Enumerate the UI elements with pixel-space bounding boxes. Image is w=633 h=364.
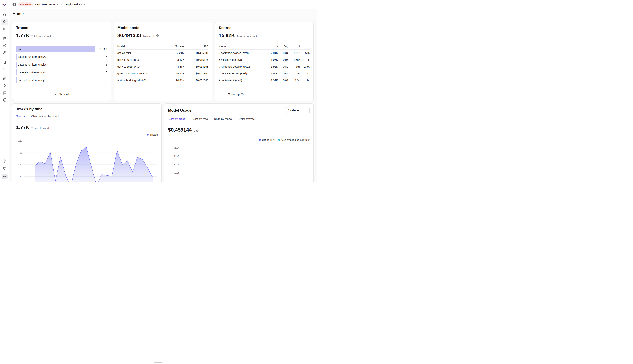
traces-chart-legend: Traces xyxy=(16,133,158,136)
table-row: gpt-4o-2024-08-063.13K$0.015175 xyxy=(118,56,209,63)
svg-text:60: 60 xyxy=(20,163,22,166)
table-cell: $0.015175 xyxy=(184,58,208,61)
sidebar-datasets-button[interactable] xyxy=(1,96,8,103)
table-header-row: Name#Avg01 xyxy=(219,44,310,50)
tab-cost-by-model[interactable]: Cost by model xyxy=(168,116,187,123)
sidebar-scores-button[interactable] xyxy=(1,90,8,96)
traces-card: Traces 1.77K Total traces tracked qa1,73… xyxy=(12,22,111,101)
table-cell: gpt-4o-2024-08-06 xyxy=(118,58,159,61)
trace-bar-value: 1,736 xyxy=(100,48,107,50)
sidebar-llm-judge-button[interactable] xyxy=(1,76,8,82)
trace-bar-value: 5 xyxy=(106,79,107,82)
table-cell: 2.04K xyxy=(265,52,278,54)
panel-left-icon xyxy=(12,2,16,6)
trace-bar-row[interactable]: qa1,736 xyxy=(16,46,107,52)
model-costs-card: Model costs $0.491333 Total cost ModelTo… xyxy=(114,22,212,101)
sidebar-bottom: FK xyxy=(1,158,8,180)
topbar: PROD-EU Langfuse Demo / langfuse-docs xyxy=(9,0,317,9)
traces-metric-label: Total traces tracked xyxy=(31,35,55,38)
project-switcher[interactable]: langfuse-docs xyxy=(65,3,86,6)
tab-traces[interactable]: Traces xyxy=(16,114,25,120)
trace-bar-label: dataset-run-item-cmcjf xyxy=(16,79,45,82)
trace-bar-label: dataset-run-item-cmcky xyxy=(16,63,46,66)
sidebar-playground-button[interactable] xyxy=(1,66,8,72)
table-cell: 0.82 xyxy=(278,65,288,68)
table-row: # language-detector (eval)1.95K0.823551.… xyxy=(219,63,310,70)
sidebar-dashboards-button[interactable] xyxy=(1,26,8,32)
table-cell: gpt-4o-mini xyxy=(118,52,159,54)
model-usage-metric-row: $0.459144 Cost xyxy=(168,127,310,133)
model-usage-metric-label: Cost xyxy=(194,129,199,132)
tab-cost-by-type[interactable]: Cost by type xyxy=(192,116,208,123)
dashboard-content: Traces 1.77K Total traces tracked qa1,73… xyxy=(9,19,317,182)
svg-text:30: 30 xyxy=(20,175,22,178)
trace-bar-row[interactable]: dataset-run-item-cmcjf5 xyxy=(16,77,107,83)
usage-gridline xyxy=(182,164,310,164)
sidebar-group-main xyxy=(1,12,8,32)
model-select[interactable]: 2 selected xyxy=(286,107,310,114)
model-costs-table: ModelTokensUSDgpt-4o-mini2.21M$0.456301g… xyxy=(118,44,209,84)
table-cell: 3.13K xyxy=(158,58,184,61)
legend-label: text-embedding-ada-002 xyxy=(281,138,310,142)
user-avatar[interactable]: FK xyxy=(2,174,8,180)
table-cell: text-embedding-ada-002 xyxy=(118,79,159,82)
trace-bar-label: dataset-run-item-cmcvp xyxy=(16,71,46,74)
sidebar-toggle-button[interactable] xyxy=(12,2,16,6)
scores-table: Name#Avg01# contextrelevance (eval)2.04K… xyxy=(219,44,310,84)
trace-bar-row[interactable]: dataset-run-item-cmc297 xyxy=(16,54,107,60)
table-cell: 0.01 xyxy=(278,79,288,82)
table-cell: gpt-4.1-nano-2025-04-14 xyxy=(118,72,159,75)
top-card-row: Traces 1.77K Total traces tracked qa1,73… xyxy=(12,22,314,101)
table-cell: 1.95K xyxy=(265,65,278,68)
table-row: # contextrelevance (eval)2.04K0.341.21K5… xyxy=(219,50,310,56)
table-cell: $0.014108 xyxy=(184,65,208,68)
langfuse-logo-icon[interactable] xyxy=(2,2,8,8)
org-switcher[interactable]: Langfuse Demo xyxy=(35,3,59,6)
sidebar-home-button[interactable] xyxy=(1,19,8,25)
table-row: # conciseness-v1 (eval)1.95K0.48240242 xyxy=(219,70,310,77)
chevron-down-icon xyxy=(56,3,59,6)
table-row: gpt-4.1-2025-04-143.38K$0.014108 xyxy=(118,63,209,70)
sidebar-annotation-button[interactable] xyxy=(1,82,8,89)
tab-observations-by-level[interactable]: Observations by Level xyxy=(31,114,59,120)
table-cell: # contextrelevance (eval) xyxy=(219,52,265,54)
legend-dot xyxy=(259,139,261,141)
show-all-button[interactable]: Show all xyxy=(52,91,72,97)
table-cell: 576 xyxy=(300,52,310,54)
table-header-cell: USD xyxy=(184,45,208,48)
table-row: # hallucination (eval)1.96K0.051.58K25 xyxy=(219,56,310,63)
model-usage-tabs: Cost by model Cost by type Units by mode… xyxy=(168,116,310,123)
table-row: text-embedding-ada-00228.43K$0.002843 xyxy=(118,77,209,84)
usage-grid-row: $0.50 xyxy=(168,160,310,168)
clock-icon xyxy=(3,44,7,48)
sidebar-search-button[interactable] xyxy=(1,12,8,18)
table-cell: # contains-pii (eval) xyxy=(219,79,265,82)
svg-text:120: 120 xyxy=(18,139,22,142)
org-name: Langfuse Demo xyxy=(35,3,55,6)
chevron-down-icon xyxy=(54,93,57,96)
file-text-icon xyxy=(3,60,7,64)
trace-bar-row[interactable]: dataset-run-item-cmcvp5 xyxy=(16,70,107,75)
sidebar: FK xyxy=(0,0,9,182)
sidebar-sessions-button[interactable] xyxy=(1,42,8,49)
usage-grid-row: $1.00 xyxy=(168,144,310,152)
tab-units-by-model[interactable]: Units by model xyxy=(214,116,233,123)
traces-metric: 1.77K xyxy=(16,32,29,38)
sidebar-prompts-button[interactable] xyxy=(1,59,8,66)
usage-gridline xyxy=(182,156,310,156)
trace-bar-row[interactable]: dataset-run-item-cmcky5 xyxy=(16,62,107,68)
sidebar-settings-button[interactable] xyxy=(1,158,8,164)
traces-by-time-metric-row: 1.77K Traces tracked xyxy=(16,124,158,130)
table-header-cell: Model xyxy=(118,45,159,48)
info-icon[interactable] xyxy=(156,34,159,37)
sidebar-support-button[interactable] xyxy=(1,165,8,172)
show-top-20-button[interactable]: Show top 20 xyxy=(221,91,246,97)
traces-by-time-metric-label: Traces tracked xyxy=(31,126,49,130)
table-cell: 1.9K xyxy=(288,79,300,82)
tab-units-by-type[interactable]: Units by type xyxy=(238,116,255,123)
search-icon xyxy=(3,13,7,17)
sidebar-users-button[interactable] xyxy=(1,49,8,56)
table-cell: 0.34 xyxy=(278,52,288,54)
sidebar-tracing-button[interactable] xyxy=(1,35,8,42)
table-cell: 0.48 xyxy=(278,72,288,75)
